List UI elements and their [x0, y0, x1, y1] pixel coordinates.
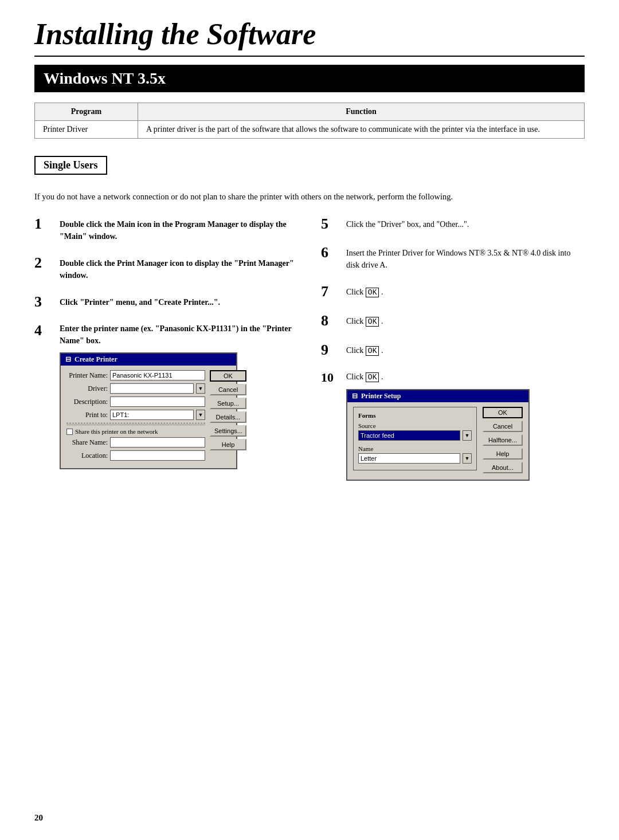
share-label: Share this printer on the network: [75, 428, 158, 435]
dialog-ok-button[interactable]: OK: [210, 370, 246, 382]
step-9: 9 Click OK .: [321, 342, 585, 359]
dialog-help-button[interactable]: Help: [210, 439, 246, 450]
ps-help-button[interactable]: Help: [483, 448, 523, 460]
ps-buttons: OK Cancel Halftone... Help About...: [483, 407, 523, 475]
step-5: 5 Click the "Driver" box, and "Other..."…: [321, 216, 585, 233]
ps-cancel-button[interactable]: Cancel: [483, 421, 523, 432]
step-number-2: 2: [34, 255, 53, 272]
page-number: 20: [34, 813, 43, 823]
step-6: 6 Insert the Printer Driver for Windows …: [321, 245, 585, 271]
dialog-buttons: OK Cancel Setup... Details... Settings..…: [210, 370, 246, 464]
step-text-6: Insert the Printer Driver for Windows NT…: [346, 245, 585, 271]
ps-halftone-button[interactable]: Halftone...: [483, 434, 523, 446]
share-row: Share this printer on the network: [66, 425, 205, 435]
step-number-7: 7: [321, 284, 339, 300]
ps-title-text: Printer Setup: [361, 392, 401, 401]
name-field-row: ▼: [358, 453, 472, 464]
printer-name-input[interactable]: [110, 370, 205, 380]
ps-about-button[interactable]: About...: [483, 462, 523, 473]
program-cell: Printer Driver: [35, 121, 138, 139]
step-8: 8 Click OK .: [321, 313, 585, 329]
create-printer-dialog: ⊟ Create Printer Printer Name:: [60, 352, 237, 469]
step-4: 4 Enter the printer name (ex. "Panasonic…: [34, 323, 298, 469]
ok-box-9: OK: [366, 346, 379, 356]
dialog-fields: Printer Name: Driver: ▼ Desc: [66, 370, 205, 464]
printer-name-label: Printer Name:: [66, 371, 108, 380]
step-number-1: 1: [34, 216, 53, 233]
source-input[interactable]: [358, 430, 460, 441]
program-table: Program Function Printer Driver A printe…: [34, 103, 585, 139]
intro-text: If you do not have a network connection …: [34, 191, 585, 203]
function-cell: A printer driver is the part of the soft…: [138, 121, 585, 139]
step-number-4: 4: [34, 323, 53, 339]
step-10: 10 Click OK . ⊟ Printer Setup Forms: [321, 371, 585, 481]
source-arrow[interactable]: ▼: [463, 430, 472, 441]
step-text-2: Double click the Print Manager icon to d…: [60, 255, 298, 281]
dialog-cancel-button[interactable]: Cancel: [210, 384, 246, 395]
dialog-details-button[interactable]: Details...: [210, 411, 246, 423]
name-input[interactable]: [358, 453, 460, 464]
print-to-input[interactable]: [110, 410, 194, 420]
driver-arrow[interactable]: ▼: [196, 383, 205, 394]
step-7: 7 Click OK .: [321, 284, 585, 300]
step-text-9: Click OK .: [346, 342, 383, 357]
forms-group: Forms Source ▼ Name: [353, 407, 477, 470]
name-arrow[interactable]: ▼: [463, 453, 472, 464]
step-3: 3 Click "Printer" menu, and "Create Prin…: [34, 294, 298, 311]
step-text-7: Click OK .: [346, 284, 383, 299]
share-checkbox[interactable]: [66, 429, 73, 435]
col-function-header: Function: [138, 103, 585, 121]
share-name-input[interactable]: [110, 437, 205, 448]
step-text-8: Click OK .: [346, 313, 383, 328]
dialog-settings-button[interactable]: Settings...: [210, 425, 246, 437]
ok-box-10: OK: [366, 372, 379, 382]
section-header: Windows NT 3.5x: [34, 65, 585, 92]
printer-name-row: Printer Name:: [66, 370, 205, 380]
step-text-5: Click the "Driver" box, and "Other...".: [346, 216, 469, 230]
steps-left: 1 Double click the Main icon in the Prog…: [34, 216, 298, 493]
step-text-10: Click OK .: [346, 370, 383, 381]
ps-body: Forms Source ▼ Name: [347, 402, 528, 480]
location-row: Location:: [66, 450, 205, 461]
ps-left: Forms Source ▼ Name: [353, 407, 477, 475]
col-program-header: Program: [35, 103, 138, 121]
dialog-setup-button[interactable]: Setup...: [210, 398, 246, 409]
step-1: 1 Double click the Main icon in the Prog…: [34, 216, 298, 242]
location-input[interactable]: [110, 450, 205, 461]
description-label: Description:: [66, 398, 108, 406]
ok-box-8: OK: [366, 317, 379, 327]
description-row: Description:: [66, 397, 205, 407]
step-number-6: 6: [321, 245, 339, 261]
driver-label: Driver:: [66, 384, 108, 393]
step-text-4: Enter the printer name (ex. "Panasonic K…: [60, 322, 291, 345]
driver-input[interactable]: [110, 383, 194, 394]
name-label: Name: [358, 445, 472, 452]
print-to-label: Print to:: [66, 411, 108, 419]
ps-ok-button[interactable]: OK: [483, 407, 523, 418]
location-label: Location:: [66, 452, 108, 460]
dialog-title-text: Create Printer: [75, 355, 117, 364]
step-number-3: 3: [34, 294, 53, 311]
dialog-title-bar: ⊟ Create Printer: [61, 354, 236, 366]
source-field-row: ▼: [358, 430, 472, 441]
step-number-9: 9: [321, 342, 339, 359]
forms-group-title: Forms: [358, 412, 472, 419]
print-to-row: Print to: ▼: [66, 410, 205, 420]
print-to-arrow[interactable]: ▼: [196, 410, 205, 420]
steps-right: 5 Click the "Driver" box, and "Other..."…: [321, 216, 585, 493]
dialog-title-icon: ⊟: [65, 355, 71, 364]
single-users-label: Single Users: [34, 156, 107, 175]
description-input[interactable]: [110, 397, 205, 407]
driver-row: Driver: ▼: [66, 383, 205, 394]
ps-title-bar: ⊟ Printer Setup: [347, 390, 528, 402]
table-row: Printer Driver A printer driver is the p…: [35, 121, 585, 139]
step-text-3: Click "Printer" menu, and "Create Printe…: [60, 294, 220, 308]
ok-box-7: OK: [366, 288, 379, 297]
source-label: Source: [358, 422, 472, 429]
step-2: 2 Double click the Print Manager icon to…: [34, 255, 298, 281]
printer-setup-dialog: ⊟ Printer Setup Forms Source: [346, 389, 530, 481]
dialog-body: Printer Name: Driver: ▼ Desc: [61, 366, 236, 468]
step-number-5: 5: [321, 216, 339, 233]
page-title: Installing the Software: [34, 17, 585, 57]
steps-container: 1 Double click the Main icon in the Prog…: [34, 216, 585, 493]
